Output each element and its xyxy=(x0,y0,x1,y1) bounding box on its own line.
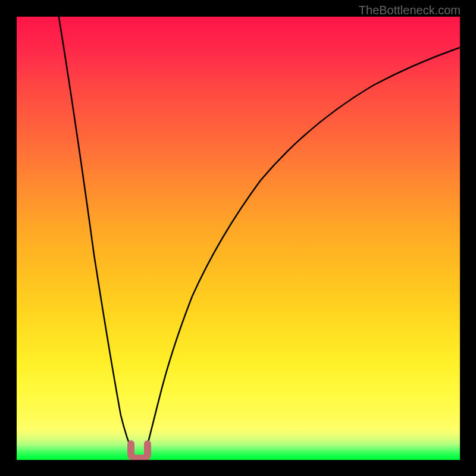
min-marker xyxy=(131,444,148,458)
left-curve xyxy=(58,17,133,454)
right-curve xyxy=(145,48,460,454)
curves-svg xyxy=(17,17,460,460)
chart-container: TheBottleneck.com xyxy=(0,0,476,476)
plot-area xyxy=(17,17,460,460)
watermark-text: TheBottleneck.com xyxy=(359,4,461,17)
